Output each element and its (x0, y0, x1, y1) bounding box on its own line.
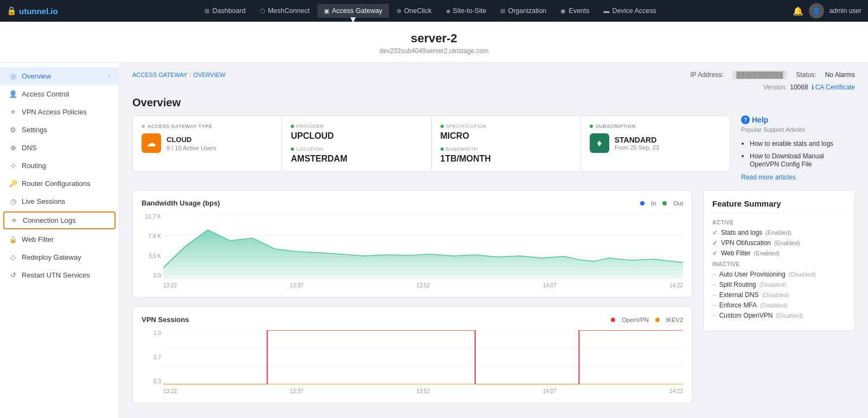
vpn-y-1: 0.7 (142, 355, 161, 361)
feature-web-filter-name: Web Filter (721, 249, 750, 257)
help-title-text: Help (752, 115, 768, 124)
nav-items: ⊞ Dashboard ⬡ MeshConnect ▣ Access Gatew… (69, 4, 793, 18)
feature-external-dns-name: External DNS (719, 291, 759, 299)
vpn-x-1: 13:37 (290, 388, 303, 394)
provider-location-card: PROVIDER UPCLOUD LOCATION AMSTERDAM (282, 115, 431, 172)
sidebar-item-settings[interactable]: ⚙ Settings (0, 121, 119, 139)
legend-ikev2-label: IKEV2 (666, 317, 683, 323)
legend-ikev2-dot (655, 318, 660, 322)
x-label-1: 13:37 (290, 282, 303, 288)
breadcrumb-separator: / (189, 72, 191, 78)
x-label-0: 13:22 (163, 282, 177, 288)
vpn-legend: OpenVPN IKEV2 (611, 317, 683, 323)
sidebar: ◎ Overview › 👤 Access Control ≡ VPN Acce… (0, 63, 119, 418)
settings-icon: ⚙ (9, 126, 17, 134)
nav-site-to-site[interactable]: ◈ Site-to-Site (439, 4, 493, 18)
location-label: LOCATION (296, 146, 323, 152)
ca-cert-icon: ℹ (812, 84, 814, 91)
help-article-1-link[interactable]: How to enable stats and logs (750, 140, 833, 147)
feature-vpn-obf-status: (Enabled) (774, 240, 800, 246)
dash-icon-enforce-mfa: – (712, 301, 716, 309)
cloud-icon: ☁ (142, 133, 161, 153)
provider-label: PROVIDER (296, 124, 324, 129)
legend-openvpn-label: OpenVPN (622, 317, 649, 323)
sub-label-text: SUBSCRIPTION (596, 124, 636, 129)
feature-enforce-mfa: – Enforce MFA (Disabled) (712, 301, 846, 309)
sidebar-item-overview[interactable]: ◎ Overview › (0, 67, 119, 85)
nav-organization[interactable]: ⊞ Organization (494, 4, 553, 18)
legend-openvpn-dot (611, 318, 615, 322)
device-access-icon: ▬ (604, 8, 610, 14)
page-title-row: Overview (119, 94, 868, 115)
nav-dashboard[interactable]: ⊞ Dashboard (198, 4, 252, 18)
bandwidth-chart-title: Bandwidth Usage (bps) (142, 199, 220, 207)
routing-icon: ⊹ (9, 162, 17, 170)
sidebar-item-connection-logs[interactable]: ≡ Connection Logs (3, 211, 116, 229)
vpn-y-axis: 1.0 0.7 0.3 (142, 330, 163, 384)
vpn-sessions-chart-card: VPN Sessions OpenVPN IKEV2 1.0 0.7 0.3 (132, 306, 692, 403)
overview-cards: ACCESS GATEWAY TYPE ☁ CLOUD 9 / 10 Activ… (132, 115, 730, 172)
feature-card: Feature Summary ACTIVE ✓ Stats and logs … (703, 190, 855, 331)
logo[interactable]: 🔒 utunnel.io (7, 6, 58, 16)
vpn-x-2: 13:52 (416, 388, 430, 394)
feature-stats-logs: ✓ Stats and logs (Enabled) (712, 229, 846, 236)
bandwidth-chart-svg: 13:22 13:37 13:52 14:07 14:22 (163, 214, 683, 288)
help-article-2-link[interactable]: How to Download Manual OpenVPN Config Fi… (750, 152, 824, 168)
gateway-type-card: ACCESS GATEWAY TYPE ☁ CLOUD 9 / 10 Activ… (132, 115, 282, 172)
feature-auto-user-status: (Disabled) (789, 271, 816, 278)
sidebar-item-web-filter[interactable]: 🔒 Web Filter (0, 230, 119, 248)
spec-bandwidth-card: SPECIFICATION MICRO BANDWIDTH 1TB/MONTH (432, 115, 581, 172)
feature-web-filter-status: (Enabled) (754, 250, 780, 256)
y-label-3: 0.0 (142, 273, 161, 279)
notification-bell-icon[interactable]: 🔔 (793, 6, 803, 16)
feature-split-routing: – Split Routing (Disabled) (712, 281, 846, 288)
nav-oneclick[interactable]: ⊕ OneClick (390, 4, 438, 18)
vpn-policies-icon: ≡ (9, 108, 17, 116)
sidebar-item-redeploy-gateway[interactable]: ◇ Redeploy Gateway (0, 248, 119, 266)
sidebar-item-restart-utn-services[interactable]: ↺ Restart UTN Services (0, 266, 119, 284)
read-more-link[interactable]: Read more articles (741, 173, 855, 181)
ca-certificate-link[interactable]: ℹ CA Certificate (812, 83, 855, 91)
vpn-x-4: 14:22 (669, 388, 683, 394)
sidebar-item-dns[interactable]: ⊕ DNS (0, 139, 119, 157)
legend-in-dot (640, 201, 644, 205)
bandwidth-chart-area: 11.7 K 7.8 K 3.9 K 0.0 (142, 214, 683, 288)
restart-icon: ↺ (9, 271, 17, 279)
feature-web-filter: ✓ Web Filter (Enabled) (712, 249, 846, 257)
breadcrumb-parent[interactable]: ACCESS GATEWAY (132, 72, 187, 78)
help-question-icon: ? (741, 115, 750, 124)
legend-out-dot (662, 201, 667, 205)
help-article-2: How to Download Manual OpenVPN Config Fi… (750, 152, 855, 168)
sidebar-item-live-sessions[interactable]: ◷ Live Sessions (0, 192, 119, 210)
nav-meshconnect[interactable]: ⬡ MeshConnect (253, 4, 316, 18)
meshconnect-icon: ⬡ (260, 8, 265, 15)
sidebar-item-access-control[interactable]: 👤 Access Control (0, 85, 119, 103)
x-label-4: 14:22 (669, 282, 683, 288)
help-panel: ? Help Popular Support Articles How to e… (730, 115, 855, 181)
nav-right: 🔔 👤 admin user (793, 3, 861, 18)
dash-icon-custom-openvpn: – (712, 312, 716, 319)
username-dropdown[interactable]: admin user (829, 7, 861, 15)
sidebar-item-router-configurations[interactable]: 🔑 Router Configurations (0, 175, 119, 192)
help-subtitle: Popular Support Articles (741, 126, 855, 133)
feature-custom-openvpn-name: Custom OpenVPN (719, 312, 773, 319)
y-label-1: 7.8 K (142, 233, 161, 239)
vpn-y-2: 0.3 (142, 378, 161, 384)
help-articles: How to enable stats and logs How to Down… (741, 139, 855, 168)
nav-events[interactable]: ◉ Events (554, 4, 596, 18)
ip-value: ███████████ (732, 70, 788, 79)
overview-section: ACCESS GATEWAY TYPE ☁ CLOUD 9 / 10 Activ… (119, 115, 868, 190)
inactive-section-label: INACTIVE (712, 261, 846, 267)
y-label-2: 3.9 K (142, 253, 161, 259)
nav-access-gateway[interactable]: ▣ Access Gateway (317, 4, 389, 18)
web-filter-icon: 🔒 (9, 235, 17, 243)
check-icon-web-filter: ✓ (712, 249, 718, 257)
nav-device-access[interactable]: ▬ Device Access (597, 4, 663, 18)
sidebar-item-routing[interactable]: ⊹ Routing (0, 157, 119, 175)
sub-dot (590, 125, 593, 128)
sub-date: From 25 Sep, 23 (615, 144, 659, 151)
sidebar-item-vpn-access-policies[interactable]: ≡ VPN Access Policies (0, 103, 119, 121)
feature-split-routing-name: Split Routing (719, 281, 756, 288)
version-number: 10068 (790, 83, 808, 91)
dash-icon-auto-user: – (712, 271, 716, 278)
